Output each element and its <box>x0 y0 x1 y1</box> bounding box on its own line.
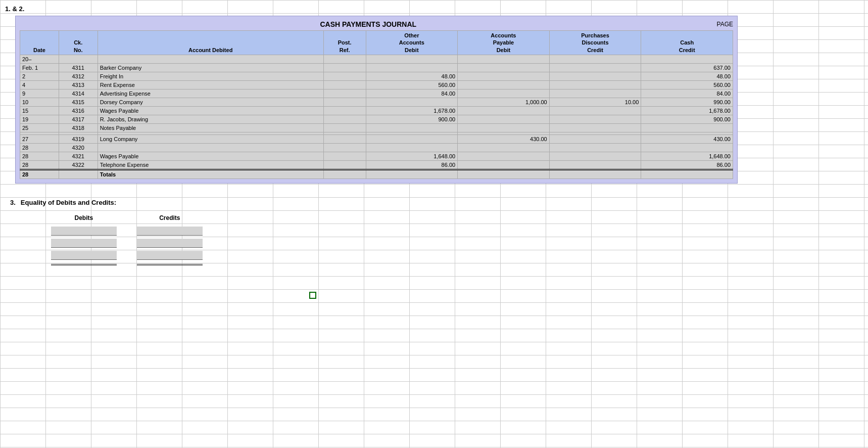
debits-label: Debits <box>75 214 93 221</box>
cell-date-13: 28 <box>20 169 59 178</box>
cell-post-9 <box>323 135 366 143</box>
credits-line-2 <box>137 239 203 248</box>
debits-line-2 <box>51 239 117 248</box>
cell-post-3 <box>323 89 366 98</box>
cell-account-0: Barker Company <box>98 63 323 72</box>
cell-disc-6 <box>549 115 641 123</box>
cell-account-1: Freight In <box>98 72 323 80</box>
credits-column: Credits <box>137 214 203 265</box>
table-row: 9 4314 Advertising Expense 84.00 84.00 <box>20 89 733 98</box>
cell-ck-5: 4316 <box>59 106 98 115</box>
cell-other-0 <box>366 63 458 72</box>
debits-line-3 <box>51 251 117 260</box>
table-row: 28 4320 <box>20 143 733 152</box>
debits-credits-row: Debits Credits <box>51 214 203 265</box>
cell-disc-4: 10.00 <box>549 98 641 106</box>
cell-other-2: 560.00 <box>366 80 458 89</box>
cell-ck-3: 4314 <box>59 89 98 98</box>
journal-title: CASH PAYMENTS JOURNAL <box>20 20 717 28</box>
cell-date-2: 4 <box>20 80 59 89</box>
header-cash-credit: CashCredit <box>641 31 733 55</box>
cell-date-10: 28 <box>20 143 59 152</box>
cell-other-9 <box>366 135 458 143</box>
table-row: 2 4312 Freight In 48.00 48.00 <box>20 72 733 80</box>
cell-date-7: 25 <box>20 123 59 132</box>
cell-other-11: 1,648.00 <box>366 152 458 160</box>
cell-disc-13 <box>549 169 641 178</box>
cell-ck-1: 4312 <box>59 72 98 80</box>
cell-account-5: Wages Payable <box>98 106 323 115</box>
cell-post-12 <box>323 160 366 169</box>
table-row: 28 4322 Telephone Expense 86.00 86.00 <box>20 160 733 169</box>
cell-ap-7 <box>458 123 550 132</box>
cell-post-7 <box>323 123 366 132</box>
cell-ap-5 <box>458 106 550 115</box>
cell-other-4 <box>366 98 458 106</box>
cell-date-11: 28 <box>20 152 59 160</box>
cell-ap-4: 1,000.00 <box>458 98 550 106</box>
cell-post-10 <box>323 143 366 152</box>
cell-disc-1 <box>549 72 641 80</box>
cell-ck-10: 4320 <box>59 143 98 152</box>
cell-ap-13 <box>458 169 550 178</box>
cell-ck-12: 4322 <box>59 160 98 169</box>
cell-post-1 <box>323 72 366 80</box>
table-row: Feb. 1 4311 Barker Company 637.00 <box>20 63 733 72</box>
cell-ck-2: 4313 <box>59 80 98 89</box>
header-post-ref: Post.Ref. <box>323 31 366 55</box>
cell-other-10 <box>366 143 458 152</box>
cell-ck-13 <box>59 169 98 178</box>
cell-post-2 <box>323 80 366 89</box>
credits-line-1 <box>137 227 203 236</box>
equality-title: Equality of Debits and Credits: <box>21 199 203 206</box>
cell-other-13 <box>366 169 458 178</box>
debits-line-1 <box>51 227 117 236</box>
cell-disc-5 <box>549 106 641 115</box>
cell-ap-12 <box>458 160 550 169</box>
cell-account-7: Notes Payable <box>98 123 323 132</box>
table-row: 4 4313 Rent Expense 560.00 560.00 <box>20 80 733 89</box>
cell-cash-2: 560.00 <box>641 80 733 89</box>
section3: 3. Equality of Debits and Credits: Debit… <box>10 199 863 265</box>
cell-account-9: Long Company <box>98 135 323 143</box>
year-row: 20– <box>20 55 733 63</box>
table-row: 10 4315 Dorsey Company 1,000.00 10.00 99… <box>20 98 733 106</box>
cell-disc-0 <box>549 63 641 72</box>
table-row: 19 4317 R. Jacobs, Drawing 900.00 900.00 <box>20 115 733 123</box>
table-row: 15 4316 Wages Payable 1,678.00 1,678.00 <box>20 106 733 115</box>
cell-date-4: 10 <box>20 98 59 106</box>
year-other <box>366 55 458 63</box>
cell-account-11: Wages Payable <box>98 152 323 160</box>
cell-cash-5: 1,678.00 <box>641 106 733 115</box>
debits-column: Debits <box>51 214 117 265</box>
table-row: 28 4321 Wages Payable 1,648.00 1,648.00 <box>20 152 733 160</box>
cell-disc-10 <box>549 143 641 152</box>
cell-post-5 <box>323 106 366 115</box>
cell-date-9: 27 <box>20 135 59 143</box>
table-row: 28 Totals <box>20 169 733 178</box>
cell-ap-2 <box>458 80 550 89</box>
year-cash <box>641 55 733 63</box>
header-accounts-payable-debit: AccountsPayableDebit <box>458 31 550 55</box>
section-label-1-2: 1. & 2. <box>5 5 863 13</box>
cell-other-7 <box>366 123 458 132</box>
cell-ap-10 <box>458 143 550 152</box>
cell-ck-6: 4317 <box>59 115 98 123</box>
cell-cash-0: 637.00 <box>641 63 733 72</box>
cell-account-2: Rent Expense <box>98 80 323 89</box>
credits-double-line <box>137 264 203 265</box>
credits-line-3 <box>137 251 203 260</box>
cell-other-1: 48.00 <box>366 72 458 80</box>
cell-disc-3 <box>549 89 641 98</box>
cell-ap-11 <box>458 152 550 160</box>
cell-ck-11: 4321 <box>59 152 98 160</box>
cell-disc-11 <box>549 152 641 160</box>
cell-cash-7 <box>641 123 733 132</box>
cell-ap-0 <box>458 63 550 72</box>
cursor-indicator <box>309 292 316 299</box>
cell-cash-9: 430.00 <box>641 135 733 143</box>
cell-date-0: Feb. 1 <box>20 63 59 72</box>
cell-other-6: 900.00 <box>366 115 458 123</box>
cell-disc-12 <box>549 160 641 169</box>
cell-post-4 <box>323 98 366 106</box>
